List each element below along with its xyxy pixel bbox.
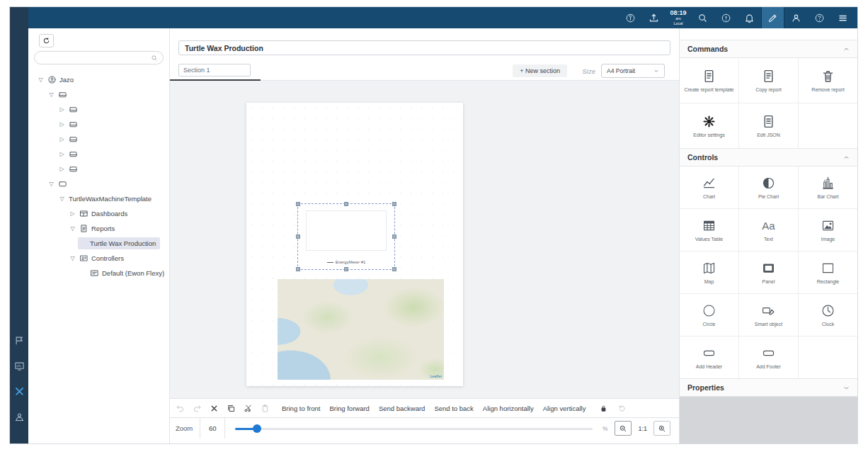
tree-expander-icon[interactable]: ▷ bbox=[58, 136, 66, 142]
report-page[interactable]: EnergyMeter #1 Leaflet bbox=[246, 103, 463, 386]
resize-handle-e[interactable] bbox=[392, 235, 396, 239]
control-button[interactable]: Aa Text bbox=[739, 209, 798, 251]
cut-icon[interactable] bbox=[244, 404, 253, 413]
resize-handle-nw[interactable] bbox=[296, 202, 300, 206]
connection-status-icon[interactable] bbox=[619, 7, 642, 28]
control-button[interactable]: Rectangle bbox=[799, 252, 857, 293]
alerts-icon[interactable] bbox=[714, 7, 738, 28]
control-button[interactable]: Values Table bbox=[680, 209, 738, 251]
tree-item[interactable]: ▽ TurtleWaxMachineTemplate bbox=[28, 191, 168, 206]
rotate-icon[interactable] bbox=[617, 404, 627, 413]
tree-item[interactable]: ▽ bbox=[28, 176, 168, 191]
tree-item[interactable]: ▷ Dashboards bbox=[28, 206, 168, 221]
tree-expander-icon[interactable]: ▽ bbox=[69, 225, 76, 232]
command-button[interactable]: Editor settings bbox=[680, 103, 738, 148]
tree-expander-icon[interactable]: ▷ bbox=[58, 121, 66, 128]
zoom-slider[interactable] bbox=[235, 424, 593, 433]
resize-handle-n[interactable] bbox=[344, 202, 348, 206]
control-button[interactable]: Smart object bbox=[739, 294, 798, 336]
control-button[interactable]: Add Footer bbox=[739, 337, 798, 378]
tree-search-input[interactable] bbox=[40, 55, 151, 62]
tree-expander-icon[interactable]: ▽ bbox=[47, 181, 55, 187]
resize-handle-se[interactable] bbox=[392, 267, 396, 271]
command-button[interactable]: Create report template bbox=[680, 58, 738, 103]
tree-item[interactable]: ▷ bbox=[28, 162, 168, 176]
resize-handle-w[interactable] bbox=[296, 235, 300, 239]
command-button[interactable]: Remove report bbox=[799, 58, 857, 103]
section-name-input[interactable] bbox=[178, 64, 251, 77]
users-icon[interactable] bbox=[14, 412, 25, 422]
tree-item[interactable]: ▷ bbox=[28, 132, 168, 147]
tree-item[interactable]: ▽ Reports bbox=[28, 221, 168, 236]
tree-expander-icon[interactable]: ▷ bbox=[58, 106, 66, 113]
tree-item[interactable]: ▽ bbox=[28, 87, 168, 102]
control-button[interactable]: Chart bbox=[680, 166, 738, 208]
refresh-tree-button[interactable] bbox=[39, 34, 54, 47]
redo-icon[interactable] bbox=[193, 404, 202, 413]
paste-icon[interactable] bbox=[261, 404, 270, 413]
command-button[interactable] bbox=[799, 103, 857, 148]
report-title-input[interactable] bbox=[178, 40, 670, 55]
control-button[interactable]: Map bbox=[680, 252, 738, 293]
commands-section-header[interactable]: Commands bbox=[680, 40, 857, 58]
tree-item[interactable]: ▷ bbox=[28, 117, 168, 132]
command-button[interactable]: Copy report bbox=[739, 58, 798, 103]
controls-section-header[interactable]: Controls bbox=[680, 148, 857, 166]
tree-expander-icon[interactable]: ▷ bbox=[58, 151, 66, 157]
flag-icon[interactable] bbox=[14, 335, 25, 346]
tree-item[interactable]: Default (Ewon Flexy) bbox=[28, 266, 168, 281]
zoom-reset-button[interactable]: 1:1 bbox=[638, 425, 647, 432]
page-size-select[interactable]: A4 Portrait bbox=[601, 64, 665, 78]
tree-expander-icon[interactable]: ▷ bbox=[58, 166, 66, 172]
control-button[interactable] bbox=[799, 337, 857, 378]
map-object[interactable]: Leaflet bbox=[278, 279, 444, 380]
zoom-out-button[interactable] bbox=[615, 421, 632, 436]
control-button[interactable]: Circle bbox=[680, 294, 738, 336]
tree-expander-icon[interactable]: ▽ bbox=[58, 196, 66, 202]
arrange-button[interactable]: Send to back bbox=[434, 405, 473, 412]
resize-handle-ne[interactable] bbox=[392, 202, 396, 206]
arrange-button[interactable]: Align horizontally bbox=[483, 405, 534, 412]
edit-mode-pencil-icon[interactable] bbox=[761, 7, 784, 28]
selected-chart-object[interactable]: EnergyMeter #1 bbox=[297, 203, 395, 270]
arrange-button[interactable]: Bring to front bbox=[282, 405, 320, 412]
duplicate-icon[interactable] bbox=[227, 404, 236, 413]
tree-item[interactable]: Turtle Wax Production bbox=[28, 236, 168, 251]
tools-icon[interactable] bbox=[14, 386, 25, 397]
resize-handle-s[interactable] bbox=[344, 267, 348, 271]
tree-expander-icon[interactable]: ▷ bbox=[69, 210, 76, 217]
resize-handle-sw[interactable] bbox=[296, 267, 300, 271]
tree-expander-icon[interactable]: ▽ bbox=[37, 77, 45, 83]
arrange-button[interactable]: Send backward bbox=[379, 405, 425, 412]
arrange-button[interactable]: Bring forward bbox=[329, 405, 370, 412]
tree-expander-icon[interactable]: ▽ bbox=[69, 255, 76, 261]
new-section-button[interactable]: + New section bbox=[513, 64, 567, 77]
control-button[interactable]: Bar Chart bbox=[799, 166, 857, 208]
tree-item[interactable]: ▷ bbox=[28, 102, 168, 117]
notifications-bell-icon[interactable] bbox=[738, 7, 761, 28]
help-icon[interactable] bbox=[808, 7, 831, 28]
arrange-button[interactable]: Align vertically bbox=[543, 405, 586, 412]
zoom-in-button[interactable] bbox=[653, 421, 670, 436]
tree-expander-icon[interactable]: ▽ bbox=[47, 91, 55, 98]
command-button[interactable]: Edit JSON bbox=[739, 103, 798, 148]
upload-icon[interactable] bbox=[642, 7, 666, 28]
undo-icon[interactable] bbox=[176, 404, 185, 413]
control-button[interactable]: Add Header bbox=[680, 337, 738, 378]
tree-item[interactable]: ▽ Controllers bbox=[28, 251, 168, 266]
zoom-slider-handle[interactable] bbox=[253, 424, 261, 433]
user-account-icon[interactable] bbox=[784, 7, 808, 28]
tree-item[interactable]: ▽ Jazo bbox=[28, 72, 168, 87]
control-button[interactable]: Image bbox=[799, 209, 857, 251]
tree-item[interactable]: ▷ bbox=[28, 147, 168, 162]
lock-icon[interactable] bbox=[599, 404, 608, 413]
hamburger-menu-icon[interactable] bbox=[831, 7, 855, 28]
control-button[interactable]: Clock bbox=[799, 294, 857, 336]
properties-section-header[interactable]: Properties bbox=[680, 378, 857, 397]
control-button[interactable]: Pie Chart bbox=[739, 166, 798, 208]
search-icon[interactable] bbox=[691, 7, 714, 28]
delete-x-icon[interactable] bbox=[210, 404, 219, 413]
zoom-slider-track[interactable] bbox=[235, 428, 593, 430]
dashboards-rail-icon[interactable] bbox=[14, 361, 25, 371]
control-button[interactable]: Panel bbox=[739, 252, 798, 293]
